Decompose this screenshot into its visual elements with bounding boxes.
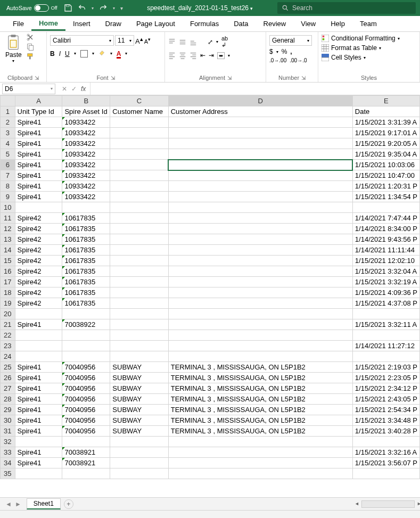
cell[interactable]	[168, 138, 352, 149]
row-header[interactable]: 35	[1, 468, 15, 479]
cell[interactable]	[352, 351, 419, 362]
name-box[interactable]: D6▾	[2, 84, 55, 94]
row-header[interactable]: 22	[1, 330, 15, 341]
cell[interactable]	[62, 437, 110, 447]
cell[interactable]: 1/15/2021 2:34:12 P	[352, 383, 419, 394]
cell[interactable]: 1/15/2021 1:34:54 P	[352, 192, 419, 202]
cell[interactable]: 10617835	[62, 298, 110, 309]
menu-draw[interactable]: Draw	[98, 18, 129, 30]
sheet-tab-sheet1[interactable]: Sheet1	[27, 498, 61, 509]
cell[interactable]	[168, 468, 352, 479]
row-header[interactable]: 16	[1, 266, 15, 277]
col-header-D[interactable]: D	[168, 96, 352, 106]
cell[interactable]	[110, 287, 168, 298]
cell[interactable]: Spire41	[15, 362, 62, 373]
cell[interactable]: SUBWAY	[110, 394, 168, 405]
row-header[interactable]: 24	[1, 351, 15, 362]
cell[interactable]: Spire41	[15, 394, 62, 405]
cell[interactable]	[168, 234, 352, 245]
cell[interactable]	[110, 170, 168, 181]
tab-prev-icon[interactable]: ◄	[5, 500, 12, 508]
row-header[interactable]: 6	[1, 160, 15, 170]
cell[interactable]: SUBWAY	[110, 405, 168, 415]
cell[interactable]	[15, 351, 62, 362]
font-size-combo[interactable]: 11▾	[115, 35, 134, 46]
cell[interactable]: Spire41	[15, 192, 62, 202]
row-header[interactable]: 8	[1, 181, 15, 192]
cell[interactable]: SUBWAY	[110, 383, 168, 394]
cell[interactable]	[168, 330, 352, 341]
cell[interactable]: 1/15/2021 9:17:01 A	[352, 128, 419, 138]
redo-icon[interactable]	[99, 4, 108, 12]
cell[interactable]: Spire41	[15, 149, 62, 160]
cell[interactable]: TERMINAL 3 , MISSISSAUGA, ON L5P1B2	[168, 362, 352, 373]
cell[interactable]	[168, 447, 352, 458]
cell[interactable]	[110, 245, 168, 256]
cell[interactable]: 70040956	[62, 415, 110, 426]
align-top-icon[interactable]	[168, 38, 176, 46]
horizontal-scrollbar[interactable]	[73, 500, 420, 508]
increase-font-icon[interactable]: A▴	[135, 36, 143, 45]
cell[interactable]	[168, 351, 352, 362]
cell[interactable]: Spire42	[15, 287, 62, 298]
cell[interactable]: Spire42	[15, 224, 62, 234]
cell[interactable]	[352, 437, 419, 447]
cell[interactable]: 1/15/2021 1:20:31 P	[352, 181, 419, 192]
cell[interactable]: 10617835	[62, 277, 110, 287]
cell[interactable]: Spire41	[15, 458, 62, 468]
cell[interactable]	[110, 256, 168, 266]
cell[interactable]	[168, 117, 352, 128]
bold-button[interactable]: B	[50, 50, 55, 57]
cell[interactable]	[110, 160, 168, 170]
align-left-icon[interactable]	[168, 52, 176, 59]
row-header[interactable]: 13	[1, 234, 15, 245]
cell[interactable]: 1/15/2021 9:20:05 A	[352, 138, 419, 149]
menu-view[interactable]: View	[293, 18, 323, 30]
enter-formula-icon[interactable]: ✓	[71, 85, 77, 93]
cell[interactable]: Spire42	[15, 266, 62, 277]
row-header[interactable]: 20	[1, 309, 15, 319]
menu-team[interactable]: Team	[352, 18, 384, 30]
cell[interactable]: Spire41	[15, 415, 62, 426]
cell[interactable]: 10933422	[62, 181, 110, 192]
cut-icon[interactable]	[26, 33, 35, 42]
row-header[interactable]: 14	[1, 245, 15, 256]
row-header[interactable]: 27	[1, 383, 15, 394]
menu-insert[interactable]: Insert	[65, 18, 98, 30]
cell[interactable]: TERMINAL 3 , MISSISSAUGA, ON L5P1B2	[168, 405, 352, 415]
cell[interactable]	[110, 192, 168, 202]
cell[interactable]	[62, 468, 110, 479]
cell[interactable]	[168, 192, 352, 202]
align-bottom-icon[interactable]	[190, 38, 197, 46]
cell[interactable]: 1/14/2021 11:27:12	[352, 341, 419, 351]
cell[interactable]: 10933422	[62, 128, 110, 138]
cell[interactable]	[110, 309, 168, 319]
cell[interactable]: 70040956	[62, 383, 110, 394]
cell[interactable]: 1/15/2021 3:34:48 P	[352, 415, 419, 426]
row-header[interactable]: 28	[1, 394, 15, 405]
row-header[interactable]: 18	[1, 287, 15, 298]
launcher-icon[interactable]: ⇲	[227, 75, 232, 81]
cell[interactable]: Spire41	[15, 117, 62, 128]
orientation-button[interactable]: ⤢	[208, 38, 213, 46]
row-header[interactable]: 31	[1, 426, 15, 437]
cell[interactable]: Unit Type Id	[15, 106, 62, 117]
cell[interactable]: 10617835	[62, 213, 110, 224]
cell[interactable]	[168, 245, 352, 256]
col-header-C[interactable]: C	[110, 96, 168, 106]
cell[interactable]: 1/14/2021 11:11:44	[352, 245, 419, 256]
cell[interactable]	[168, 170, 352, 181]
cell[interactable]: Customer Address	[168, 106, 352, 117]
fx-icon[interactable]: fx	[81, 85, 86, 93]
row-header[interactable]: 1	[1, 106, 15, 117]
cell[interactable]	[110, 447, 168, 458]
cell[interactable]: Spire41	[15, 138, 62, 149]
cell[interactable]: Spire42	[15, 298, 62, 309]
cell[interactable]: 10933422	[62, 149, 110, 160]
cell[interactable]	[62, 309, 110, 319]
col-header-A[interactable]: A	[15, 96, 62, 106]
cell[interactable]	[110, 234, 168, 245]
launcher-icon[interactable]: ⇲	[35, 75, 39, 81]
col-header-E[interactable]: E	[352, 96, 419, 106]
cell[interactable]: 10617835	[62, 224, 110, 234]
